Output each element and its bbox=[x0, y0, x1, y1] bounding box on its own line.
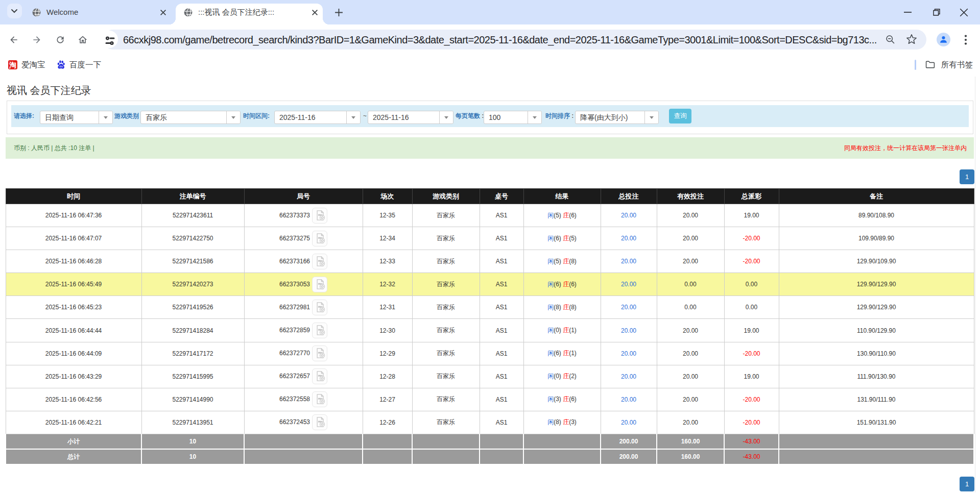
svg-text:du: du bbox=[59, 65, 63, 68]
